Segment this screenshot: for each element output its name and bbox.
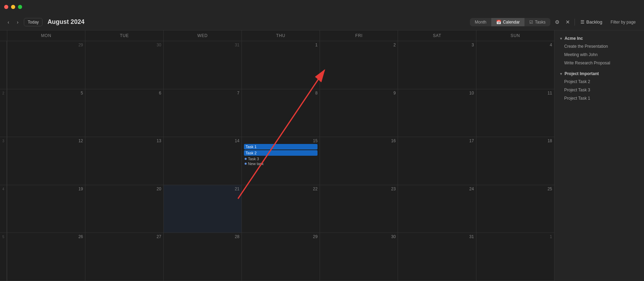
cal-day-aug31[interactable]: 31 [398,233,476,281]
minimize-button[interactable] [11,5,15,9]
cal-day-jul31[interactable]: 31 [163,41,242,89]
week-num-2: 2 [0,89,7,137]
month-view-button[interactable]: Month [470,18,491,26]
cal-day-jul29[interactable]: 29 [7,41,85,89]
week-num-4: 4 [0,185,7,233]
new-task-label: New task [248,162,264,166]
cal-day-aug26[interactable]: 26 [7,233,85,281]
cal-day-aug29[interactable]: 29 [242,233,320,281]
event-task3[interactable]: Task 3 [244,156,318,161]
backlog-label: Backlog [586,19,602,25]
backlog-item-meeting-john[interactable]: Meeting with John [556,51,643,59]
backlog-item-project-task1[interactable]: Project Task 1 [556,94,643,102]
backlog-group-acme-header[interactable]: ▼ Acme Inc [555,35,644,42]
toolbar-left: ‹ › Today August 2024 [6,18,466,26]
week-num-1 [0,41,7,89]
day-header-thu: Thu [242,30,320,41]
cal-day-aug5[interactable]: 5 [7,89,85,137]
week-num-3: 3 [0,137,7,185]
tasks-view-button[interactable]: ☑ Tasks [524,18,550,26]
calendar-week-3: 3 12 13 14 15 Task 1 Task 2 Task 3 [0,137,554,185]
cal-day-jul30[interactable]: 30 [85,41,163,89]
calendar-btn-label: Calendar [503,20,520,25]
filter-by-page-button[interactable]: Filter by page [608,18,638,26]
backlog-group-acme: ▼ Acme Inc Create the Presentation Meeti… [555,35,644,67]
backlog-icon: ☰ [580,19,585,25]
view-toggle: Month 📅 Calendar ☑ Tasks [470,18,550,26]
cal-day-aug22[interactable]: 22 [242,185,320,233]
new-task-dot [245,163,247,165]
chevron-down-icon: ▼ [559,37,563,40]
cal-day-aug7[interactable]: 7 [163,89,242,137]
toolbar-right: Month 📅 Calendar ☑ Tasks ⚙ ✕ ☰ Backlog F… [470,17,638,27]
calendar-week-1: 29 30 31 1 2 3 4 [0,41,554,89]
close-button[interactable] [4,5,8,9]
backlog-group-project-header[interactable]: ▼ Project Important [555,70,644,78]
calendar-week-4: 4 19 20 21 22 23 24 25 [0,185,554,233]
cal-day-aug21[interactable]: 21 [163,185,242,233]
cal-day-aug8[interactable]: 8 [242,89,320,137]
task3-label: Task 3 [248,157,259,161]
backlog-group-project-name: Project Important [565,71,599,76]
backlog-item-project-task2[interactable]: Project Task 2 [556,78,643,86]
tasks-icon: ☑ [529,20,533,25]
cal-day-aug15[interactable]: 15 Task 1 Task 2 Task 3 New task [242,137,320,185]
backlog-item-write-research[interactable]: Write Research Proposal [556,59,643,67]
cal-day-aug9[interactable]: 9 [320,89,398,137]
backlog-group-acme-name: Acme Inc [565,36,583,41]
today-button[interactable]: Today [24,18,42,26]
cal-day-aug24[interactable]: 24 [398,185,476,233]
main-content: Mon Tue Wed Thu Fri Sat Sun 29 30 31 1 2 [0,30,644,281]
nav-next-button[interactable]: › [15,18,21,26]
cal-day-aug27[interactable]: 27 [85,233,163,281]
cal-day-aug12[interactable]: 12 [7,137,85,185]
cal-day-aug16[interactable]: 16 [320,137,398,185]
week-num-5: 5 [0,233,7,281]
cal-day-aug2[interactable]: 2 [320,41,398,89]
cal-day-aug6[interactable]: 6 [85,89,163,137]
backlog-sidebar: ▼ Acme Inc Create the Presentation Meeti… [554,30,644,281]
backlog-button[interactable]: ☰ Backlog [578,18,605,26]
cal-day-aug28[interactable]: 28 [163,233,242,281]
day-header-fri: Fri [320,30,398,41]
backlog-group-project: ▼ Project Important Project Task 2 Proje… [555,70,644,102]
cal-day-aug18[interactable]: 18 [476,137,554,185]
cal-day-aug14[interactable]: 14 [163,137,242,185]
cal-day-aug20[interactable]: 20 [85,185,163,233]
tasks-btn-label: Tasks [535,20,546,25]
day-header-sat: Sat [398,30,476,41]
backlog-item-create-presentation[interactable]: Create the Presentation [556,42,643,51]
day-header-tue: Tue [85,30,163,41]
calendar: Mon Tue Wed Thu Fri Sat Sun 29 30 31 1 2 [0,30,554,281]
calendar-wrapper: Mon Tue Wed Thu Fri Sat Sun 29 30 31 1 2 [0,30,554,281]
day-header-sun: Sun [476,30,554,41]
day-header-mon: Mon [7,30,85,41]
cal-day-aug10[interactable]: 10 [398,89,476,137]
cal-day-aug13[interactable]: 13 [85,137,163,185]
calendar-icon: 📅 [496,20,501,25]
titlebar [0,0,644,14]
calendar-view-button[interactable]: 📅 Calendar [491,18,525,26]
cal-day-aug23[interactable]: 23 [320,185,398,233]
cal-day-aug19[interactable]: 19 [7,185,85,233]
close-view-button[interactable]: ✕ [564,17,572,27]
cal-day-aug17[interactable]: 17 [398,137,476,185]
day-headers: Mon Tue Wed Thu Fri Sat Sun [0,30,554,41]
cal-day-sep1[interactable]: 1 [476,233,554,281]
cal-day-aug3[interactable]: 3 [398,41,476,89]
event-task2[interactable]: Task 2 [244,150,318,156]
settings-button[interactable]: ⚙ [553,17,561,27]
day-header-wed: Wed [163,30,242,41]
chevron-down-icon-2: ▼ [559,72,563,76]
event-new-task[interactable]: New task [244,161,318,166]
event-task1[interactable]: Task 1 [244,144,318,149]
nav-prev-button[interactable]: ‹ [6,18,11,26]
month-title: August 2024 [47,18,84,26]
maximize-button[interactable] [18,5,22,9]
cal-day-aug11[interactable]: 11 [476,89,554,137]
cal-day-aug30[interactable]: 30 [320,233,398,281]
backlog-item-project-task3[interactable]: Project Task 3 [556,86,643,94]
cal-day-aug4[interactable]: 4 [476,41,554,89]
cal-day-aug1[interactable]: 1 [242,41,320,89]
cal-day-aug25[interactable]: 25 [476,185,554,233]
